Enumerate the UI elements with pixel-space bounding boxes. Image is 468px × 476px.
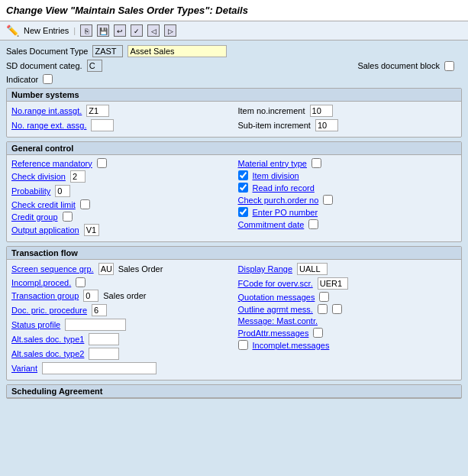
- credit-group-label[interactable]: Credit group: [11, 212, 58, 222]
- sub-item-increment-value[interactable]: [315, 119, 338, 131]
- incomplet-messages-label[interactable]: Incomplet.messages: [253, 341, 330, 350]
- commitment-date-label[interactable]: Commitment date: [238, 220, 305, 229]
- alt-sales-doc-type2-label[interactable]: Alt.sales doc. type2: [11, 349, 84, 358]
- message-mast-contr-label[interactable]: Message: Mast.contr.: [238, 316, 318, 325]
- read-info-record-label[interactable]: Read info record: [253, 183, 315, 193]
- probability-row: Probability: [11, 185, 231, 197]
- sales-document-type-label: Sales Document Type: [6, 47, 88, 56]
- separator: |: [73, 26, 76, 35]
- undo-button[interactable]: ↩: [114, 24, 126, 37]
- alt-sales-doc-type2-row: Alt.sales doc. type2: [11, 348, 231, 360]
- sd-document-categ-value[interactable]: [87, 60, 102, 72]
- sales-doc-type-row: Sales Document Type: [6, 45, 462, 57]
- status-profile-value[interactable]: [65, 319, 126, 331]
- transaction-flow-section: Transaction flow Screen sequence grp. Sa…: [6, 246, 462, 380]
- save-icon: 💾: [97, 24, 109, 37]
- number-systems-header: Number systems: [7, 89, 461, 102]
- commitment-date-checkbox[interactable]: [308, 219, 318, 229]
- doc-pric-procedure-label[interactable]: Doc. pric. procedure: [11, 306, 87, 315]
- title-bar: Change View "Maintain Sales Order Types"…: [0, 0, 468, 21]
- incomplet-messages-checkbox[interactable]: [238, 340, 248, 350]
- save-button[interactable]: 💾: [97, 24, 109, 37]
- fcode-for-overv-scr-label[interactable]: FCode for overv.scr.: [238, 279, 313, 288]
- transaction-flow-header: Transaction flow: [7, 247, 461, 260]
- check-purch-order-no-label[interactable]: Check purch.order no: [238, 196, 319, 205]
- pencil-icon: ✏️: [6, 24, 19, 37]
- undo-icon: ↩: [114, 24, 126, 37]
- screen-sequence-grp-value[interactable]: [98, 263, 114, 275]
- variant-row: Variant: [11, 362, 231, 374]
- prod-attr-messages-label[interactable]: ProdAttr.messages: [238, 329, 309, 338]
- alt-sales-doc-type1-row: Alt.sales doc. type1: [11, 333, 231, 345]
- general-control-right: Material entry type Item division Read i…: [238, 158, 457, 238]
- variant-value[interactable]: [42, 362, 157, 374]
- output-application-value[interactable]: [84, 224, 99, 236]
- general-control-section: General control Reference mandatory Chec…: [6, 141, 462, 242]
- copy-button[interactable]: ⎘: [80, 24, 92, 37]
- item-division-checkbox[interactable]: [238, 170, 248, 180]
- reference-mandatory-checkbox[interactable]: [97, 158, 107, 168]
- variant-label[interactable]: Variant: [11, 364, 37, 373]
- reference-mandatory-row: Reference mandatory: [11, 158, 231, 168]
- quotation-messages-row: Quotation messages: [238, 292, 457, 302]
- prev-button[interactable]: ◁: [147, 24, 160, 37]
- check-button[interactable]: ✓: [131, 24, 143, 37]
- prod-attr-messages-checkbox[interactable]: [313, 328, 323, 338]
- display-range-value[interactable]: [297, 263, 328, 275]
- enter-po-number-label[interactable]: Enter PO number: [253, 208, 318, 217]
- no-range-int-value[interactable]: [86, 105, 109, 117]
- no-range-int-row: No.range int.assgt.: [11, 105, 231, 117]
- probability-label[interactable]: Probability: [11, 186, 50, 196]
- general-control-left: Reference mandatory Check division Proba…: [11, 158, 231, 238]
- alt-sales-doc-type2-value[interactable]: [89, 348, 119, 360]
- copy-icon: ⎘: [80, 24, 92, 37]
- sales-document-type-code[interactable]: [92, 45, 123, 57]
- credit-group-checkbox[interactable]: [63, 212, 73, 222]
- item-division-label[interactable]: Item division: [253, 171, 299, 180]
- probability-value[interactable]: [55, 185, 70, 197]
- quotation-messages-checkbox[interactable]: [319, 292, 329, 302]
- screen-sequence-grp-label[interactable]: Screen sequence grp.: [11, 264, 94, 274]
- indicator-checkbox[interactable]: [43, 74, 53, 84]
- sales-document-type-name[interactable]: [127, 45, 227, 57]
- sd-document-categ-label: SD document categ.: [6, 61, 82, 70]
- transaction-group-value[interactable]: [83, 290, 98, 302]
- item-no-increment-value[interactable]: [310, 105, 333, 117]
- material-entry-type-checkbox[interactable]: [311, 158, 321, 168]
- check-purch-order-no-checkbox[interactable]: [323, 195, 333, 205]
- next-button[interactable]: ▷: [164, 24, 176, 37]
- outline-agrmt-mess-checkbox1[interactable]: [318, 304, 328, 314]
- quotation-messages-label[interactable]: Quotation messages: [238, 293, 315, 302]
- check-division-value[interactable]: [70, 170, 86, 183]
- transaction-group-label[interactable]: Transaction group: [11, 291, 79, 300]
- incompl-proced-label[interactable]: Incompl.proced.: [11, 278, 71, 287]
- read-info-record-checkbox[interactable]: [238, 183, 248, 193]
- outline-agrmt-mess-checkbox2[interactable]: [332, 304, 342, 314]
- output-application-label[interactable]: Output application: [11, 225, 79, 235]
- number-systems-right: Item no.increment Sub-item increment: [238, 105, 457, 134]
- new-entries-button[interactable]: New Entries: [24, 26, 69, 35]
- material-entry-type-label[interactable]: Material entry type: [238, 159, 307, 168]
- reference-mandatory-label[interactable]: Reference mandatory: [11, 159, 92, 168]
- no-range-int-label[interactable]: No.range int.assgt.: [11, 106, 82, 115]
- outline-agrmt-mess-label[interactable]: Outline agrmt mess.: [238, 305, 313, 314]
- new-entries-label: New Entries: [24, 26, 69, 35]
- commitment-date-row: Commitment date: [238, 219, 457, 229]
- no-range-ext-label[interactable]: No. range ext. assg.: [11, 121, 86, 130]
- check-credit-limit-label[interactable]: Check credit limit: [11, 200, 76, 209]
- check-icon: ✓: [131, 24, 143, 37]
- doc-pric-procedure-value[interactable]: [92, 304, 107, 316]
- alt-sales-doc-type1-value[interactable]: [89, 333, 119, 345]
- status-profile-label[interactable]: Status profile: [11, 320, 60, 329]
- alt-sales-doc-type1-label[interactable]: Alt.sales doc. type1: [11, 335, 84, 344]
- sales-document-block-checkbox[interactable]: [444, 61, 454, 71]
- credit-group-row: Credit group: [11, 212, 231, 222]
- enter-po-number-checkbox[interactable]: [238, 207, 248, 217]
- check-division-label[interactable]: Check division: [11, 172, 66, 181]
- no-range-ext-value[interactable]: [91, 119, 114, 131]
- display-range-label[interactable]: Display Range: [238, 264, 293, 274]
- fcode-for-overv-scr-row: FCode for overv.scr.: [238, 277, 457, 290]
- incompl-proced-checkbox[interactable]: [76, 277, 86, 287]
- fcode-for-overv-scr-value[interactable]: [318, 277, 348, 290]
- check-credit-limit-checkbox[interactable]: [80, 199, 90, 209]
